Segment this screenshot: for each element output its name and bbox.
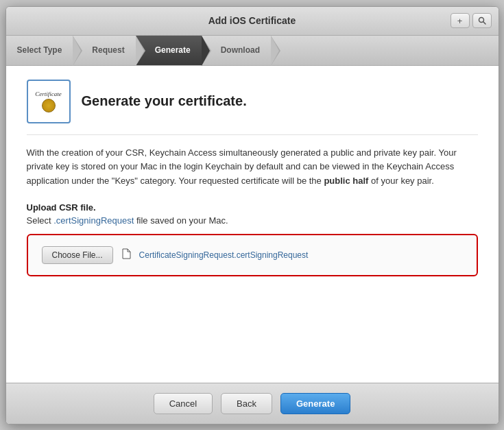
add-button[interactable]: + — [451, 13, 470, 28]
step-generate[interactable]: Generate — [136, 36, 202, 65]
main-window: Add iOS Certificate + Select Type Reques… — [5, 6, 499, 425]
choose-file-button[interactable]: Choose File... — [42, 246, 113, 264]
step-select-type[interactable]: Select Type — [6, 36, 73, 65]
cert-icon-text: Certificate — [35, 91, 62, 97]
window-title: Add iOS Certificate — [208, 15, 296, 26]
back-button[interactable]: Back — [221, 393, 272, 414]
content-area: Certificate Generate your certificate. W… — [6, 66, 499, 383]
title-bar-actions: + — [451, 13, 492, 28]
upload-label: Upload CSR file. — [27, 202, 478, 213]
title-bar: Add iOS Certificate + — [6, 7, 499, 36]
upload-section: Upload CSR file. Select .certSigningRequ… — [27, 202, 478, 276]
cancel-button[interactable]: Cancel — [154, 393, 213, 414]
svg-line-1 — [483, 22, 485, 24]
upload-sublabel: Select .certSigningRequest file saved on… — [27, 215, 478, 226]
header-row: Certificate Generate your certificate. — [27, 80, 478, 135]
page-heading: Generate your certificate. — [82, 93, 247, 109]
footer: Cancel Back Generate — [6, 383, 499, 424]
file-upload-box: Choose File... CertificateSigningRequest… — [27, 234, 478, 276]
step-download[interactable]: Download — [202, 36, 271, 65]
generate-button[interactable]: Generate — [280, 393, 350, 414]
steps-bar: Select Type Request Generate Download — [6, 36, 499, 66]
file-icon — [121, 248, 131, 262]
description-text: With the creation of your CSR, Keychain … — [27, 146, 478, 189]
certificate-icon: Certificate — [27, 80, 71, 123]
file-name-label: CertificateSigningRequest.certSigningReq… — [139, 250, 309, 260]
search-button[interactable] — [472, 13, 492, 28]
cert-seal — [42, 99, 56, 112]
